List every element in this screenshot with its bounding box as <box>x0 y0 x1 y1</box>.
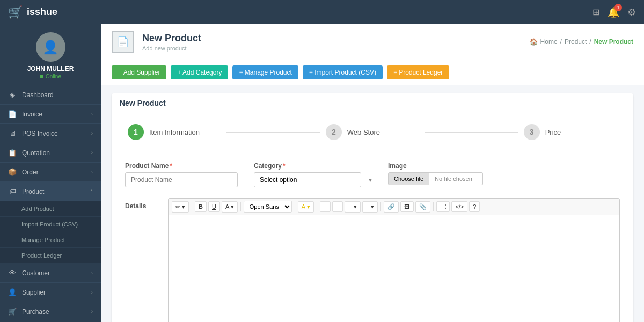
required-marker: * <box>170 162 172 170</box>
manage-product-button[interactable]: ≡ Manage Product <box>232 65 298 79</box>
sidebar: 👤 JOHN MULLER Online ◈ Dashboard 📄 Invoi… <box>0 24 101 322</box>
breadcrumb-home[interactable]: Home <box>540 38 558 46</box>
sub-nav-add-product[interactable]: Add Product <box>0 201 101 217</box>
user-area: 👤 JOHN MULLER Online <box>0 24 101 85</box>
add-supplier-button[interactable]: + Add Supplier <box>112 65 166 79</box>
product-ledger-button[interactable]: ≡ Product Ledger <box>387 65 449 79</box>
step-divider-1 <box>226 132 320 133</box>
sidebar-item-invoice[interactable]: 📄 Invoice › <box>0 105 101 124</box>
category-select[interactable]: Select option <box>254 172 361 187</box>
editor-color-button[interactable]: A ▾ <box>222 201 238 213</box>
details-label: Details <box>125 198 157 210</box>
product-name-label: Product Name* <box>125 162 243 170</box>
logo-text: isshue <box>27 6 57 18</box>
sidebar-item-label: Order <box>22 169 39 176</box>
font-family-select[interactable]: Open Sans <box>244 201 292 213</box>
logo-icon: 🛒 <box>8 5 23 19</box>
sidebar-item-product[interactable]: 🏷 Product ˅ <box>0 182 101 201</box>
details-row: Details ✏ ▾ B U A ▾ Open Sans <box>125 198 620 322</box>
steps-bar: 1 Item Information 2 Web Store 3 Price <box>112 113 633 151</box>
grid-icon[interactable]: ⊞ <box>592 7 599 17</box>
gear-icon[interactable]: ⚙ <box>627 6 636 18</box>
step-3: 3 Price <box>524 124 617 140</box>
step-2-label: Web Store <box>347 128 380 136</box>
sidebar-item-label: Quotation <box>22 149 50 157</box>
purchase-icon: 🛒 <box>8 308 17 316</box>
invoice-icon: 📄 <box>8 110 17 118</box>
editor-media-button[interactable]: 📎 <box>415 201 430 213</box>
editor-ol-button[interactable]: ≡ <box>332 201 343 212</box>
editor-container: ✏ ▾ B U A ▾ Open Sans A ▾ <box>168 198 620 322</box>
sidebar-item-label: Customer <box>22 269 50 277</box>
add-category-button[interactable]: + Add Category <box>171 65 228 79</box>
editor-ul-button[interactable]: ≡ <box>320 201 331 212</box>
editor-align-button[interactable]: ≡ ▾ <box>345 201 360 213</box>
chevron-right-icon: › <box>91 150 93 156</box>
dashboard-icon: ◈ <box>8 91 17 99</box>
sub-nav-import-product[interactable]: Import Product (CSV) <box>0 217 101 232</box>
chevron-right-icon: › <box>91 130 93 136</box>
editor-fullscreen-button[interactable]: ⛶ <box>436 201 450 212</box>
sidebar-item-label: Supplier <box>22 289 46 296</box>
main-layout: 👤 JOHN MULLER Online ◈ Dashboard 📄 Invoi… <box>0 24 644 322</box>
sidebar-item-label: Purchase <box>22 308 49 316</box>
sidebar-item-customer[interactable]: 👁 Customer › <box>0 264 101 283</box>
breadcrumb-current: New Product <box>594 38 633 46</box>
sub-nav-manage-product[interactable]: Manage Product <box>0 232 101 248</box>
import-product-button[interactable]: ≡ Import Product (CSV) <box>303 65 383 79</box>
sidebar-item-purchase[interactable]: 🛒 Purchase › <box>0 302 101 321</box>
sidebar-item-label: POS Invoice <box>22 130 58 137</box>
content-area: 📄 New Product Add new product 🏠 Home / P… <box>101 24 644 322</box>
sub-nav-product-ledger[interactable]: Product Ledger <box>0 248 101 264</box>
step-divider-2 <box>425 132 518 133</box>
supplier-icon: 👤 <box>8 288 17 296</box>
step-1-label: Item Information <box>149 128 200 136</box>
sidebar-item-quotation[interactable]: 📋 Quotation › <box>0 143 101 163</box>
product-icon: 🏷 <box>8 187 17 195</box>
editor-image-button[interactable]: 🖼 <box>400 201 414 212</box>
editor-indent-button[interactable]: ≡ ▾ <box>362 201 378 213</box>
separator <box>240 202 241 211</box>
product-name-group: Product Name* <box>125 162 243 187</box>
required-marker: * <box>283 162 286 170</box>
bell-area[interactable]: 🔔 1 <box>608 6 619 18</box>
breadcrumb-separator: / <box>560 38 562 46</box>
separator <box>192 202 192 211</box>
step-3-label: Price <box>545 128 561 136</box>
user-status: Online <box>40 74 61 79</box>
order-icon: 📦 <box>8 168 17 176</box>
sidebar-item-supplier[interactable]: 👤 Supplier › <box>0 283 101 302</box>
editor-highlight-button[interactable]: A ▾ <box>298 201 314 213</box>
editor-bold-button[interactable]: B <box>195 201 207 212</box>
page-title: New Product <box>142 33 201 44</box>
chevron-right-icon: › <box>91 309 93 314</box>
chevron-right-icon: › <box>91 270 93 276</box>
editor-link-button[interactable]: 🔗 <box>384 201 399 213</box>
chevron-right-icon: › <box>91 169 93 175</box>
separator <box>317 202 317 211</box>
editor-toolbar: ✏ ▾ B U A ▾ Open Sans A ▾ <box>169 199 619 215</box>
sidebar-item-order[interactable]: 📦 Order › <box>0 163 101 182</box>
image-group: Image Choose file No file chosen <box>388 162 620 185</box>
chevron-right-icon: › <box>91 111 93 117</box>
logo-area: 🛒 isshue <box>8 5 57 19</box>
quotation-icon: 📋 <box>8 149 17 157</box>
page-header: 📄 New Product Add new product 🏠 Home / P… <box>101 24 644 60</box>
chevron-down-icon: ˅ <box>90 188 93 194</box>
step-2-circle: 2 <box>326 124 342 140</box>
separator <box>295 202 295 211</box>
sidebar-item-label: Invoice <box>22 111 42 118</box>
editor-help-button[interactable]: ? <box>469 201 480 212</box>
product-name-input[interactable] <box>125 172 238 187</box>
status-label: Online <box>46 74 61 79</box>
choose-file-button[interactable]: Choose file <box>388 172 429 185</box>
breadcrumb-parent[interactable]: Product <box>565 38 587 46</box>
editor-underline-button[interactable]: U <box>208 201 220 212</box>
sidebar-item-dashboard[interactable]: ◈ Dashboard <box>0 85 101 105</box>
breadcrumb: 🏠 Home / Product / New Product <box>530 38 633 46</box>
sidebar-item-pos-invoice[interactable]: 🖥 POS Invoice › <box>0 124 101 143</box>
step-2: 2 Web Store <box>326 124 419 140</box>
editor-edit-icon[interactable]: ✏ ▾ <box>172 201 189 213</box>
editor-body[interactable] <box>169 215 619 322</box>
editor-code-button[interactable]: </> <box>451 201 467 212</box>
